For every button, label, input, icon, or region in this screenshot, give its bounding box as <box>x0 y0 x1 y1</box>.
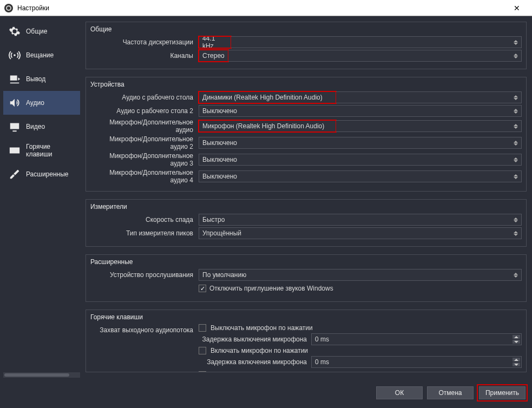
spinner-icon <box>514 155 520 164</box>
channels-dropdown-ext[interactable] <box>228 50 522 62</box>
sidebar-item-label: Вывод <box>26 75 45 83</box>
channels-dropdown[interactable]: Стерео <box>199 50 228 62</box>
unmute-push-label: Включать микрофон по нажатии <box>211 347 308 354</box>
mic-audio-dropdown[interactable]: Микрофон (Realtek High Definition Audio) <box>199 120 336 132</box>
chevron-down-icon[interactable] <box>513 340 520 344</box>
desktop-audio-dropdown[interactable]: Динамики (Realtek High Definition Audio) <box>199 91 336 103</box>
spinner-icon <box>514 139 520 147</box>
mic-audio-2-label: Микрофон/Дополнительное аудио 2 <box>90 135 199 150</box>
chevron-down-icon[interactable] <box>513 363 520 366</box>
sidebar-item-output[interactable]: Вывод <box>3 67 80 91</box>
spinner-icon <box>514 215 520 224</box>
monitoring-device-dropdown[interactable]: По умолчанию <box>199 269 522 281</box>
broadcast-icon <box>9 49 21 61</box>
desktop-audio-dropdown-ext[interactable] <box>336 91 522 103</box>
spinner-icon <box>514 51 520 60</box>
sidebar-item-label: Общие <box>26 28 47 35</box>
spinner-icon <box>514 107 520 115</box>
mute-push-label: Выключать микрофон по нажатии <box>211 324 313 332</box>
cancel-button[interactable]: Отмена <box>427 386 474 399</box>
panel-advanced: Расширенные Устройство прослушивания По … <box>86 254 527 302</box>
browser-mute-push-checkbox[interactable] <box>199 371 206 372</box>
unmute-delay-input[interactable]: 0 ms <box>311 356 522 368</box>
sample-rate-label: Частота дискретизации <box>90 38 199 46</box>
panel-devices: Устройства Аудио с рабочего стола Динами… <box>86 77 527 192</box>
spinner-icon <box>514 229 520 238</box>
output-capture-label: Захват выходного аудиопотока <box>90 324 199 334</box>
mic-audio-3-label: Микрофон/Дополнительное аудио 3 <box>90 152 199 167</box>
disable-ducking-checkbox[interactable] <box>199 285 206 292</box>
mic-audio-2-dropdown[interactable]: Выключено <box>199 137 522 149</box>
sidebar: Общие Вещание Вывод Аудио Видео Горячие … <box>3 19 80 378</box>
mic-audio-4-dropdown[interactable]: Выключено <box>199 170 522 182</box>
desktop-audio-2-label: Аудио с рабочего стола 2 <box>90 107 199 115</box>
apply-highlight: Применить <box>478 385 527 400</box>
panel-title: Горячие клавиши <box>90 313 522 321</box>
sidebar-item-advanced[interactable]: Расширенные <box>3 162 80 186</box>
disable-ducking-label: Отключить приглушение звуков Windows <box>209 285 333 292</box>
spinner-icon <box>514 271 520 279</box>
sidebar-item-label: Аудио <box>26 99 44 107</box>
output-icon <box>9 73 21 85</box>
sidebar-item-video[interactable]: Видео <box>3 115 80 139</box>
sidebar-item-label: Видео <box>26 123 45 130</box>
ok-button[interactable]: ОК <box>376 386 423 399</box>
decay-rate-dropdown[interactable]: Быстро <box>199 214 522 226</box>
decay-rate-label: Скорость спада <box>90 216 199 223</box>
chevron-up-icon[interactable] <box>513 358 520 361</box>
mic-audio-3-dropdown[interactable]: Выключено <box>199 154 522 166</box>
content-area: Общие Частота дискретизации 44.1 kHz Кан… <box>83 19 529 378</box>
spinner-icon <box>514 172 520 181</box>
mute-delay-label: Задержка выключения микрофона <box>199 335 307 343</box>
app-icon <box>4 4 13 12</box>
sidebar-scrollbar[interactable] <box>3 372 80 378</box>
close-button[interactable]: ✕ <box>506 4 528 12</box>
panel-title: Измерители <box>90 203 522 210</box>
desktop-audio-2-dropdown[interactable]: Выключено <box>199 105 522 117</box>
mic-audio-label: Микрофон/Дополнительное аудио <box>90 119 199 134</box>
keyboard-icon <box>9 144 21 156</box>
mic-audio-4-label: Микрофон/Дополнительное аудио 4 <box>90 169 199 184</box>
chevron-up-icon[interactable] <box>513 335 520 339</box>
spinner-icon <box>514 38 520 47</box>
audio-icon <box>9 97 21 109</box>
sample-rate-dropdown-ext[interactable] <box>231 36 522 48</box>
sample-rate-dropdown[interactable]: 44.1 kHz <box>199 36 231 48</box>
browser-mute-push-label: Выключать микрофон по нажатии <box>211 371 313 372</box>
panel-title: Расширенные <box>90 258 522 266</box>
monitoring-device-label: Устройство прослушивания <box>90 271 199 279</box>
spinner-icon <box>514 93 520 102</box>
sidebar-item-label: Горячие клавиши <box>26 143 75 158</box>
browser-source-label: Браузер <box>90 371 199 372</box>
tools-icon <box>9 168 21 180</box>
unmute-delay-label: Задержка включения микрофона <box>199 358 307 366</box>
video-icon <box>9 121 21 133</box>
panel-general: Общие Частота дискретизации 44.1 kHz Кан… <box>86 22 527 69</box>
panel-title: Устройства <box>90 81 522 88</box>
panel-meters: Измерители Скорость спада Быстро Тип изм… <box>86 199 527 247</box>
sidebar-item-label: Расширенные <box>26 170 69 178</box>
spinner-icon <box>514 122 520 130</box>
desktop-audio-label: Аудио с рабочего стола <box>90 94 199 101</box>
mute-push-checkbox[interactable] <box>199 324 206 332</box>
mic-audio-dropdown-ext[interactable] <box>336 120 522 132</box>
panel-title: Общие <box>90 25 522 33</box>
channels-label: Каналы <box>90 52 199 60</box>
sidebar-item-stream[interactable]: Вещание <box>3 43 80 67</box>
peak-meter-dropdown[interactable]: Упрощённый <box>199 227 522 239</box>
window-title: Настройки <box>17 4 506 12</box>
mute-delay-input[interactable]: 0 ms <box>311 333 522 345</box>
footer: ОК Отмена Применить <box>0 381 532 405</box>
apply-button[interactable]: Применить <box>479 386 526 399</box>
panel-hotkeys: Горячие клавиши Захват выходного аудиопо… <box>86 310 527 372</box>
sidebar-item-general[interactable]: Общие <box>3 19 80 43</box>
sidebar-item-hotkeys[interactable]: Горячие клавиши <box>3 139 80 162</box>
gear-icon <box>9 25 21 37</box>
sidebar-item-audio[interactable]: Аудио <box>3 91 80 115</box>
peak-meter-label: Тип измерителя пиков <box>90 229 199 237</box>
unmute-push-checkbox[interactable] <box>199 347 206 354</box>
titlebar: Настройки ✕ <box>0 0 532 16</box>
sidebar-item-label: Вещание <box>26 51 54 59</box>
